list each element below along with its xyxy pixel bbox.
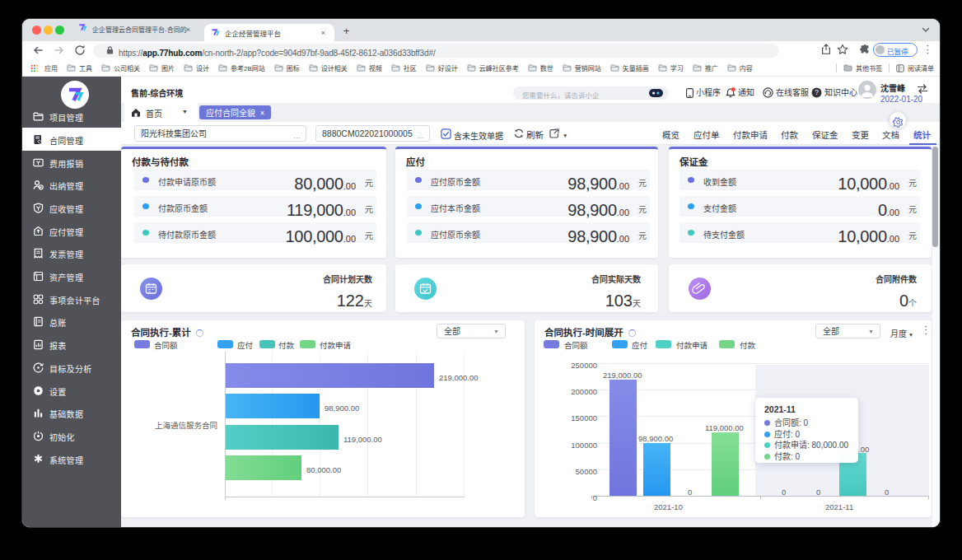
svg-text:?: ? [815,88,819,96]
